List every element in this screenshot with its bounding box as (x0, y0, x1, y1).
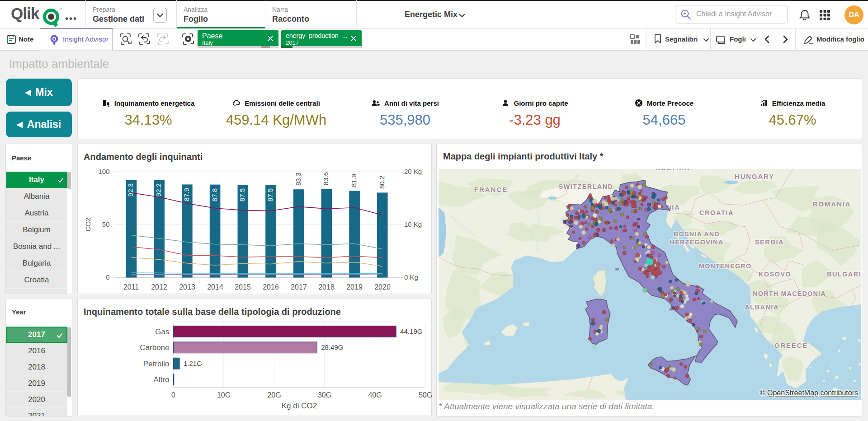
svg-text:0 Kg: 0 Kg (404, 273, 418, 281)
svg-text:SERBIA: SERBIA (755, 239, 784, 246)
svg-text:MONTENEGRO: MONTENEGRO (699, 262, 752, 270)
svg-text:CO2: CO2 (84, 218, 92, 232)
svg-text:92.2: 92.2 (155, 183, 162, 196)
svg-text:50: 50 (102, 220, 110, 228)
svg-text:HERZEGOVINA: HERZEGOVINA (670, 239, 723, 246)
svg-text:2018: 2018 (318, 283, 335, 291)
svg-text:50G: 50G (419, 391, 432, 399)
svg-text:SWITZERLAND: SWITZERLAND (559, 183, 613, 190)
svg-text:83.3: 83.3 (294, 173, 302, 186)
svg-text:BOSNIA AND: BOSNIA AND (674, 230, 720, 238)
svg-text:HUNGARY: HUNGARY (735, 173, 774, 180)
svg-text:28.49G: 28.49G (321, 343, 343, 351)
svg-text:CROATIA: CROATIA (699, 209, 734, 216)
svg-text:40G: 40G (368, 391, 382, 399)
svg-text:KOSOVO: KOSOVO (759, 271, 791, 278)
svg-text:BULGARIA: BULGARIA (827, 271, 861, 278)
svg-text:81.9: 81.9 (350, 174, 358, 187)
svg-text:AUSTRIA: AUSTRIA (655, 169, 690, 172)
svg-text:87.5: 87.5 (266, 188, 274, 201)
svg-text:2019: 2019 (346, 283, 363, 291)
svg-text:Altro: Altro (154, 375, 170, 384)
svg-text:20G: 20G (267, 391, 281, 399)
svg-text:1.21G: 1.21G (184, 360, 202, 367)
svg-text:2015: 2015 (235, 283, 251, 291)
svg-text:2014: 2014 (207, 283, 223, 291)
svg-text:87.9: 87.9 (183, 188, 190, 201)
svg-text:© OpenStreetMap contributors: © OpenStreetMap contributors (760, 389, 858, 397)
svg-text:Andamento degli inquinanti: Andamento degli inquinanti (84, 152, 203, 162)
svg-text:2016: 2016 (263, 283, 279, 291)
svg-text:92.3: 92.3 (127, 183, 134, 196)
svg-text:10G: 10G (217, 391, 231, 399)
svg-text:Carbone: Carbone (140, 343, 169, 352)
svg-text:87.5: 87.5 (238, 188, 246, 201)
svg-text:44.19G: 44.19G (400, 327, 422, 335)
svg-text:30G: 30G (318, 391, 331, 399)
svg-text:ALBANIA: ALBANIA (745, 304, 778, 311)
svg-text:20 Kg: 20 Kg (404, 168, 422, 175)
svg-text:2013: 2013 (179, 283, 195, 291)
svg-text:2020: 2020 (374, 283, 391, 291)
svg-text:Petrolio: Petrolio (143, 360, 170, 368)
svg-text:FRANCE: FRANCE (474, 186, 508, 193)
svg-text:2012: 2012 (151, 283, 167, 291)
svg-text:80.2: 80.2 (378, 176, 386, 189)
svg-text:87.8: 87.8 (211, 188, 218, 201)
svg-text:0: 0 (106, 273, 109, 281)
svg-text:NORTH MACEDONIA: NORTH MACEDONIA (753, 290, 826, 297)
svg-text:GREECE: GREECE (774, 341, 808, 349)
svg-text:Inquinamento totale sulla base: Inquinamento totale sulla base della tip… (84, 307, 341, 317)
svg-text:0: 0 (171, 391, 175, 399)
svg-text:10 Kg: 10 Kg (404, 220, 422, 228)
svg-text:100: 100 (98, 168, 109, 175)
svg-text:Kg di CO2: Kg di CO2 (282, 402, 317, 410)
svg-text:2017: 2017 (291, 283, 307, 291)
svg-text:Gas: Gas (155, 327, 169, 336)
svg-text:ROMANIA: ROMANIA (813, 200, 851, 208)
svg-text:2011: 2011 (123, 283, 139, 291)
svg-text:83.6: 83.6 (322, 172, 330, 185)
